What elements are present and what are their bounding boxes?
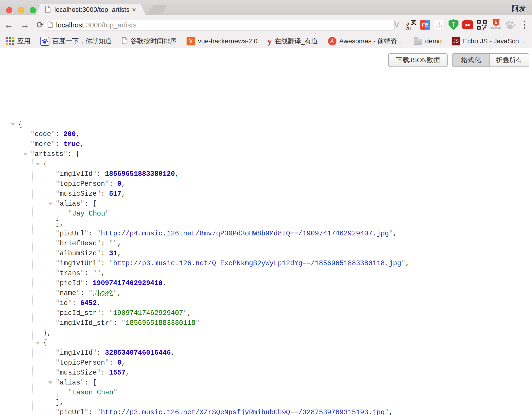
json-punct: { <box>18 120 22 128</box>
json-line: picUrl: http://p3.music.126.net/XZrSQeNp… <box>0 408 532 415</box>
collapse-arrow-icon[interactable] <box>36 342 40 345</box>
json-line: { <box>0 338 532 348</box>
collapse-arrow-icon[interactable] <box>11 123 15 126</box>
browser-profile-name[interactable]: 阿发 <box>512 4 526 13</box>
browser-toolbar: ← → ⟳ localhost:3000/top_artists V 英 ⇄ e… <box>0 15 532 34</box>
vue-devtools-icon[interactable]: V <box>391 19 402 31</box>
json-line: picUrl: http://p4.music.126.net/8mv7qP30… <box>0 229 532 239</box>
json-punct: , <box>80 140 84 148</box>
html5-player-extension-icon[interactable]: 5 PLAYER <box>490 19 502 31</box>
bookmark-awesomes[interactable]: A Awesomes - 前端资… <box>328 37 404 46</box>
json-punct: : [ <box>85 379 97 386</box>
json-line: trans: , <box>0 269 532 279</box>
json-punct: : <box>101 190 109 198</box>
json-string <box>93 270 101 277</box>
reload-icon[interactable]: ⟳ <box>36 20 44 29</box>
json-line: img1v1Url: http://p3.music.126.net/Q_Exe… <box>0 259 532 269</box>
json-line: img1v1Id: 3285340746016446, <box>0 348 532 358</box>
tab-close-icon[interactable]: × <box>132 6 136 13</box>
json-line: alias: [ <box>0 378 532 388</box>
collapse-arrow-icon[interactable] <box>48 381 52 384</box>
bookmark-label: Echo JS - JavaScri… <box>463 37 526 45</box>
json-punct: { <box>43 160 47 168</box>
back-icon[interactable]: ← <box>4 20 13 29</box>
bookmark-label: demo <box>425 37 442 45</box>
json-link[interactable]: http://p3.music.126.net/XZrSQeNpsfjyRmib… <box>97 409 389 415</box>
sitemap-extension-icon[interactable] <box>434 19 445 31</box>
forward-icon[interactable]: → <box>20 20 29 29</box>
json-punct: , <box>76 130 80 138</box>
json-line: name: 周杰伦, <box>0 289 532 298</box>
new-tab-button[interactable] <box>148 5 166 14</box>
collapse-arrow-icon[interactable] <box>48 203 52 205</box>
json-string: Jay Chou <box>68 210 109 218</box>
collapse-all-button[interactable]: 折叠所有 <box>489 54 529 67</box>
json-punct: , <box>187 309 191 317</box>
folder-icon <box>414 39 422 45</box>
json-line: img1v1Id: 18569651883380120, <box>0 169 532 179</box>
json-tree: {code: 200,more: true,artists: [{img1v1I… <box>0 119 532 415</box>
shield-extension-icon[interactable]: T <box>448 19 459 31</box>
fe-extension-icon[interactable]: FE <box>419 19 431 31</box>
indent-guide <box>45 348 45 415</box>
url-path: :3000/top_artists <box>84 21 136 29</box>
close-window-button[interactable] <box>6 7 12 13</box>
bookmark-youdao[interactable]: y 在线翻译_有道 <box>267 36 318 46</box>
json-number: 3285340746016446 <box>105 349 171 357</box>
format-button[interactable]: 格式化 <box>453 54 489 67</box>
awesomes-a-icon: A <box>328 37 336 45</box>
json-punct: , <box>125 369 130 377</box>
json-line: code: 200, <box>0 129 532 139</box>
video-speed-extension-icon[interactable]: ▶▶ <box>462 19 473 31</box>
qr-code-extension-icon[interactable] <box>476 19 488 31</box>
json-number: 31 <box>109 250 117 257</box>
json-punct: : <box>88 230 97 238</box>
zoom-window-button[interactable] <box>30 7 36 13</box>
json-punct: : <box>113 319 122 327</box>
json-key: img1v1Id_str <box>56 319 113 327</box>
address-bar[interactable]: localhost:3000/top_artists <box>44 20 395 30</box>
bookmark-baidu[interactable]: 百度一下，你就知道 <box>40 37 112 46</box>
download-json-button[interactable]: 下载JSON数据 <box>388 53 447 67</box>
json-punct: : <box>80 289 88 297</box>
json-key: code <box>30 130 55 138</box>
json-punct: }, <box>43 329 51 337</box>
browser-menu-icon[interactable] <box>519 19 530 31</box>
extensions-strip: V 英 ⇄ en FE T ▶▶ 5 PLAYER <box>391 15 530 34</box>
page-icon <box>48 21 53 29</box>
bookmark-label: 谷歌按时间排序 <box>130 37 177 46</box>
json-line: Jay Chou <box>0 209 532 219</box>
tab-title: localhost:3000/top_artists <box>54 6 129 13</box>
json-line: musicSize: 517, <box>0 189 532 199</box>
browser-tab[interactable]: localhost:3000/top_artists × <box>36 4 146 15</box>
vue-v-icon: V <box>187 37 195 45</box>
json-punct: , <box>117 240 121 248</box>
minimize-window-button[interactable] <box>18 7 24 13</box>
bookmark-apps[interactable]: 应用 <box>6 37 30 46</box>
url-host: localhost <box>56 21 84 29</box>
bookmark-label: Awesomes - 前端资… <box>339 37 404 46</box>
translate-extension-icon[interactable]: 英 ⇄ en <box>405 19 417 31</box>
bookmark-demo-folder[interactable]: demo <box>414 37 442 45</box>
json-number: true <box>63 140 80 148</box>
bookmark-google-sort[interactable]: 谷歌按时间排序 <box>122 37 177 46</box>
indent-guide <box>57 209 58 219</box>
json-punct: : [ <box>85 200 97 208</box>
json-punct: : <box>97 170 105 178</box>
bookmark-vue-hackernews[interactable]: V vue-hackernews-2.0 <box>187 37 257 45</box>
collapse-arrow-icon[interactable] <box>36 163 40 166</box>
paw-extension-icon[interactable] <box>504 19 516 31</box>
json-line: { <box>0 159 532 169</box>
json-key: topicPerson <box>56 180 109 188</box>
collapse-arrow-icon[interactable] <box>23 153 28 156</box>
bookmark-echojs[interactable]: JS Echo JS - JavaScri… <box>452 37 526 45</box>
json-punct: , <box>101 270 105 277</box>
json-punct: , <box>121 190 125 198</box>
json-line: musicSize: 1557, <box>0 368 532 378</box>
json-link[interactable]: http://p4.music.126.net/8mv7qP30Pd3oHW8b… <box>97 230 393 238</box>
bookmark-label: 应用 <box>17 37 30 46</box>
json-line: more: true, <box>0 139 532 149</box>
json-string: 19097417462929407 <box>109 309 187 317</box>
json-punct: ], <box>56 220 64 228</box>
json-link[interactable]: http://p3.music.126.net/Q_ExePNkmgB2yWyL… <box>109 260 405 267</box>
